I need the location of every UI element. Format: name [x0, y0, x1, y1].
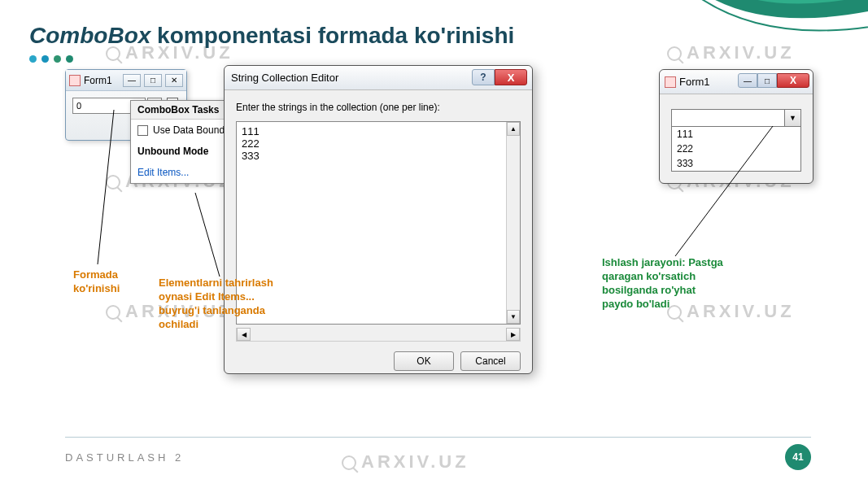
runtime-dropdown-list[interactable]: 111 222 333: [671, 127, 801, 172]
form1-runtime-window: Form1 — □ X ▼ 111 222 333: [659, 69, 813, 184]
accent-dots: [29, 55, 73, 63]
title-rest: komponentasi formada ko'rinishi: [150, 23, 514, 48]
footer-label: DASTURLASH 2: [65, 451, 184, 464]
form1-right-title: Form1: [679, 76, 710, 88]
scroll-up-icon[interactable]: ▲: [507, 122, 520, 136]
sce-prompt: Enter the strings in the collection (one…: [225, 90, 532, 118]
list-item[interactable]: 111: [672, 127, 800, 142]
annotation-formada: Formada ko'rinishi: [73, 268, 146, 296]
close-button[interactable]: X: [777, 73, 809, 88]
maximize-button[interactable]: □: [757, 73, 777, 88]
close-button[interactable]: X: [495, 69, 527, 85]
maximize-button[interactable]: □: [144, 74, 162, 87]
scroll-right-icon[interactable]: ▶: [506, 328, 520, 341]
annotation-elementlarni: Elementlarni tahrirlash oynasi Edit Item…: [159, 277, 281, 332]
vertical-scrollbar[interactable]: ▲ ▼: [506, 122, 520, 324]
list-item[interactable]: 333: [672, 156, 800, 171]
sce-title: String Collection Editor: [231, 72, 338, 84]
use-databound-checkbox[interactable]: [137, 125, 148, 136]
runtime-combobox-input[interactable]: [671, 109, 785, 127]
svg-line-1: [195, 193, 220, 277]
form-icon: [665, 76, 676, 88]
close-button[interactable]: ✕: [165, 74, 183, 87]
scroll-down-icon[interactable]: ▼: [507, 310, 520, 324]
page-number-badge: 41: [785, 444, 811, 470]
ok-button[interactable]: OK: [394, 351, 454, 371]
form-icon: [69, 75, 81, 86]
annotation-ishlash: Ishlash jarayoni: Pastga qaragan ko'rsat…: [602, 256, 724, 312]
page-title: ComboBox komponentasi formada ko'rinishi: [29, 23, 514, 49]
form1-left-title: Form1: [84, 75, 112, 86]
runtime-combobox-arrow[interactable]: ▼: [785, 109, 801, 127]
minimize-button[interactable]: —: [123, 74, 141, 87]
cancel-button[interactable]: Cancel: [460, 351, 521, 371]
help-button[interactable]: ?: [472, 69, 495, 85]
title-italic: ComboBox: [29, 23, 150, 48]
minimize-button[interactable]: —: [738, 73, 757, 88]
list-item[interactable]: 222: [672, 142, 800, 156]
